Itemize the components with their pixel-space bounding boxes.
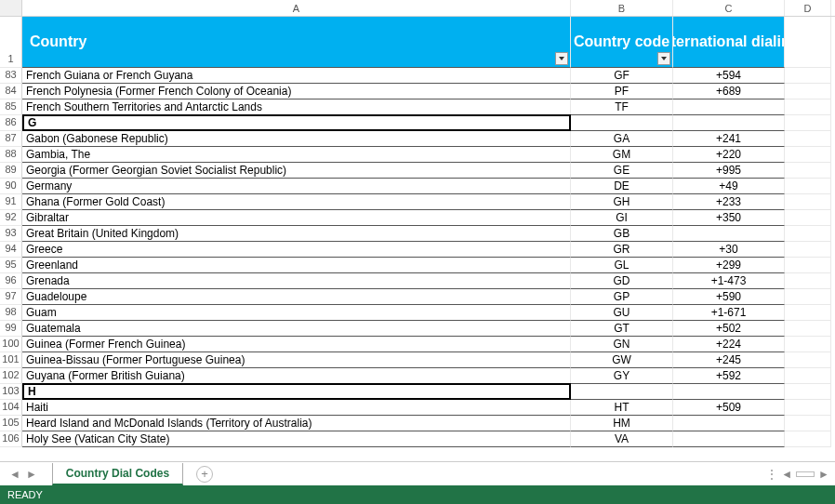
cell-dial[interactable]: +299 xyxy=(673,258,785,273)
cell-empty[interactable] xyxy=(785,416,831,431)
cell-country[interactable]: G xyxy=(22,114,571,131)
cell-country[interactable]: Guadeloupe xyxy=(22,289,571,305)
cell-dial[interactable]: +995 xyxy=(673,163,785,179)
cell-country[interactable]: Guinea (Former French Guinea) xyxy=(22,337,571,352)
row-number[interactable]: 106 xyxy=(0,431,22,447)
cell-country[interactable]: French Polynesia (Former French Colony o… xyxy=(22,84,571,99)
cell-code[interactable]: HM xyxy=(571,416,673,431)
cell-code[interactable]: GN xyxy=(571,337,673,352)
cell-country[interactable]: Holy See (Vatican City State) xyxy=(22,431,571,447)
cell-empty[interactable] xyxy=(785,258,831,273)
cell-country[interactable]: Ghana (Former Gold Coast) xyxy=(22,194,571,210)
cell-empty[interactable] xyxy=(785,84,831,99)
cell-country[interactable]: Greece xyxy=(22,242,571,258)
cell-dial[interactable]: +509 xyxy=(673,400,785,416)
cell-dial[interactable]: +233 xyxy=(673,194,785,210)
cell-code[interactable] xyxy=(571,384,673,400)
cell-dial[interactable]: +245 xyxy=(673,352,785,368)
cell-code[interactable]: GF xyxy=(571,68,673,84)
cell-country[interactable]: Guatemala xyxy=(22,321,571,337)
cell-empty[interactable] xyxy=(785,289,831,305)
cell-country[interactable]: Germany xyxy=(22,179,571,194)
filter-dropdown-icon[interactable] xyxy=(555,52,568,65)
cell-dial[interactable]: +1-671 xyxy=(673,305,785,321)
cell-empty[interactable] xyxy=(785,352,831,368)
cell-dial[interactable]: +592 xyxy=(673,368,785,384)
cell-empty[interactable] xyxy=(785,368,831,384)
cell-empty[interactable] xyxy=(785,226,831,242)
cell-code[interactable]: GW xyxy=(571,352,673,368)
header-country[interactable]: Country xyxy=(22,17,571,68)
row-number[interactable]: 86 xyxy=(0,115,22,131)
cell-dial[interactable]: +350 xyxy=(673,210,785,226)
cell-code[interactable]: GY xyxy=(571,368,673,384)
select-all-corner[interactable] xyxy=(0,0,22,16)
hscroll-left-icon[interactable]: ◄ xyxy=(781,468,792,481)
row-number[interactable]: 103 xyxy=(0,384,22,400)
row-number[interactable]: 102 xyxy=(0,368,22,384)
cell-country[interactable]: Grenada xyxy=(22,273,571,289)
hscroll-right-icon[interactable]: ► xyxy=(818,468,829,481)
cell-empty[interactable] xyxy=(785,337,831,352)
cell-country[interactable]: French Guiana or French Guyana xyxy=(22,68,571,84)
cell-country[interactable]: Georgia (Former Georgian Soviet Socialis… xyxy=(22,163,571,179)
cell-country[interactable]: Guinea-Bissau (Former Portuguese Guinea) xyxy=(22,352,571,368)
cell-empty[interactable] xyxy=(785,131,831,147)
cell-dial[interactable] xyxy=(673,431,785,447)
cell-country[interactable]: Heard Island and McDonald Islands (Terri… xyxy=(22,416,571,431)
cell-code[interactable]: GA xyxy=(571,131,673,147)
row-number[interactable]: 1 xyxy=(0,17,22,68)
cell-empty[interactable] xyxy=(785,194,831,210)
row-number[interactable]: 90 xyxy=(0,179,22,194)
cell-code[interactable]: VA xyxy=(571,431,673,447)
cell-code[interactable]: GE xyxy=(571,163,673,179)
cell-empty[interactable] xyxy=(785,400,831,416)
cell-code[interactable]: TF xyxy=(571,99,673,115)
filter-dropdown-icon[interactable] xyxy=(657,52,670,65)
row-number[interactable]: 92 xyxy=(0,210,22,226)
spreadsheet-grid[interactable]: A B C D 1 Country Country code Internati… xyxy=(0,0,835,461)
cell-code[interactable]: HT xyxy=(571,400,673,416)
row-number[interactable]: 105 xyxy=(0,416,22,431)
cell-country[interactable]: French Southern Territories and Antarcti… xyxy=(22,99,571,115)
hscroll-track[interactable] xyxy=(796,471,815,477)
cell-code[interactable]: GU xyxy=(571,305,673,321)
cell-code[interactable]: GI xyxy=(571,210,673,226)
cell-code[interactable]: DE xyxy=(571,179,673,194)
cell-empty[interactable] xyxy=(785,242,831,258)
row-number[interactable]: 101 xyxy=(0,352,22,368)
cell-dial[interactable]: +1-473 xyxy=(673,273,785,289)
sheet-nav-next-icon[interactable]: ► xyxy=(26,468,37,481)
row-number[interactable]: 89 xyxy=(0,163,22,179)
header-country-code[interactable]: Country code xyxy=(571,17,673,68)
column-header-A[interactable]: A xyxy=(22,0,571,16)
cell-code[interactable]: GD xyxy=(571,273,673,289)
column-header-B[interactable]: B xyxy=(571,0,673,16)
cell-empty[interactable] xyxy=(785,99,831,115)
cell-dial[interactable]: +49 xyxy=(673,179,785,194)
column-header-C[interactable]: C xyxy=(673,0,785,16)
cell-dial[interactable]: +689 xyxy=(673,84,785,99)
cell-code[interactable]: GR xyxy=(571,242,673,258)
cell-empty[interactable] xyxy=(785,68,831,84)
row-number[interactable]: 87 xyxy=(0,131,22,147)
cell-country[interactable]: Gibraltar xyxy=(22,210,571,226)
cell-country[interactable]: Great Britain (United Kingdom) xyxy=(22,226,571,242)
row-number[interactable]: 97 xyxy=(0,289,22,305)
cell-empty[interactable] xyxy=(785,384,831,400)
row-number[interactable]: 99 xyxy=(0,321,22,337)
row-number[interactable]: 93 xyxy=(0,226,22,242)
header-dialing[interactable]: International dialing xyxy=(673,17,785,68)
cell-code[interactable]: GP xyxy=(571,289,673,305)
empty-header-D[interactable] xyxy=(785,17,831,68)
cell-country[interactable]: Guam xyxy=(22,305,571,321)
cell-dial[interactable] xyxy=(673,99,785,115)
cell-code[interactable]: GL xyxy=(571,258,673,273)
column-header-D[interactable]: D xyxy=(785,0,831,16)
cell-code[interactable]: PF xyxy=(571,84,673,99)
cell-country[interactable]: Guyana (Former British Guiana) xyxy=(22,368,571,384)
cell-empty[interactable] xyxy=(785,321,831,337)
cell-empty[interactable] xyxy=(785,115,831,131)
cell-dial[interactable]: +224 xyxy=(673,337,785,352)
cell-empty[interactable] xyxy=(785,210,831,226)
